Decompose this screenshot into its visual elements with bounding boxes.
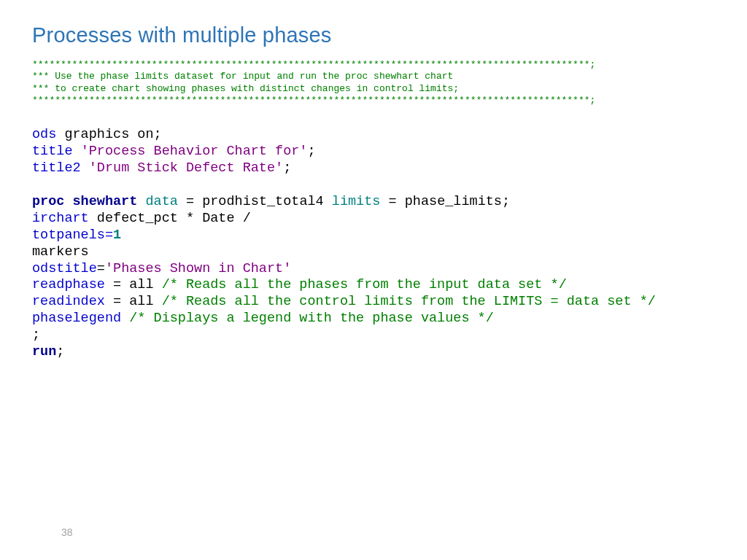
kw-ods: ods — [32, 127, 56, 142]
sas-code-block: ods graphics on; title 'Process Behavior… — [32, 127, 715, 361]
txt-irchart-rest: defect_pct * Date / — [89, 211, 251, 226]
txt-markers: markers — [32, 244, 89, 260]
str-title2: 'Drum Stick Defect Rate' — [89, 160, 283, 176]
page-number: 38 — [61, 526, 73, 538]
kw-data: data — [145, 194, 177, 209]
slide-title: Processes with multiple phases — [32, 23, 715, 47]
cmt-readindex: /* Reads all the control limits from the… — [162, 294, 656, 309]
kw-title: title — [32, 144, 73, 159]
kw-irchart: irchart — [32, 211, 89, 226]
txt-phaselegend-sp — [121, 311, 129, 326]
stmt-terminator: ; — [32, 327, 40, 343]
comment-rule-top: ****************************************… — [32, 59, 595, 70]
kw-totpanels: totpanels= — [32, 228, 113, 243]
comment-line-2: *** to create chart showing phases with … — [32, 83, 459, 94]
txt-odstitle-eq: = — [97, 261, 105, 276]
txt-title2-tail: ; — [283, 160, 291, 176]
num-one: 1 — [113, 228, 121, 243]
kw-readindex: readindex — [32, 294, 105, 309]
txt-readindex-eq: = all — [105, 294, 162, 309]
txt-readphase-eq: = all — [105, 277, 162, 292]
kw-phaselegend: phaselegend — [32, 311, 121, 326]
slide: Processes with multiple phases *********… — [0, 0, 747, 560]
txt-data-eq: = prodhist_total4 — [178, 194, 332, 209]
txt-run-tail: ; — [56, 344, 64, 359]
txt-graphics-on: graphics on; — [56, 127, 161, 142]
str-title: 'Process Behavior Chart for' — [81, 144, 308, 159]
kw-limits: limits — [332, 194, 381, 209]
comment-rule-bottom: ****************************************… — [32, 95, 595, 106]
kw-odstitle: odstitle — [32, 261, 97, 276]
txt-limits-eq: = phase_limits; — [380, 194, 510, 209]
cmt-readphase: /* Reads all the phases from the input d… — [162, 277, 567, 292]
kw-readphase: readphase — [32, 277, 105, 292]
comment-line-1: *** Use the phase limits dataset for inp… — [32, 71, 453, 82]
str-odstitle: 'Phases Shown in Chart' — [105, 261, 291, 276]
kw-proc-shewhart: proc shewhart — [32, 194, 137, 209]
kw-title2: title2 — [32, 160, 81, 176]
cmt-phaselegend: /* Displays a legend with the phase valu… — [129, 311, 494, 326]
kw-run: run — [32, 344, 56, 359]
sas-header-comment: ****************************************… — [32, 59, 715, 106]
